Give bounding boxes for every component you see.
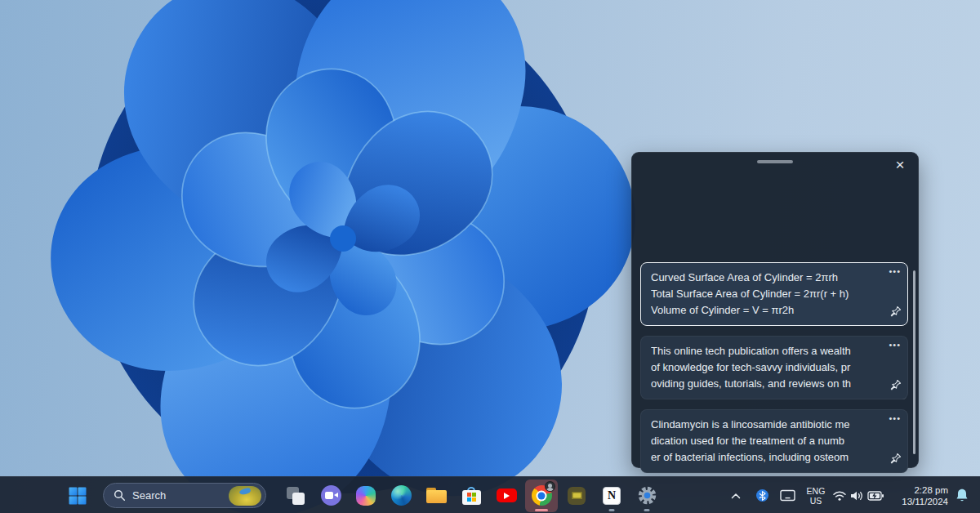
bird-image (238, 488, 251, 496)
volume-icon (850, 490, 864, 502)
notion-icon: N (603, 487, 621, 505)
taskbar-left: Search (64, 477, 266, 513)
bluetooth-icon (756, 489, 768, 502)
more-options-icon[interactable]: ••• (889, 340, 901, 350)
close-icon[interactable]: × (889, 154, 911, 176)
clipboard-item-text: Curved Surface Area of Cylinder = 2πrh T… (651, 270, 880, 319)
search-input[interactable]: Search (103, 483, 266, 508)
chat-icon (321, 485, 341, 506)
notion-button[interactable]: N (595, 480, 628, 512)
windows-logo-icon (69, 487, 87, 505)
running-app-indicator (609, 509, 615, 511)
chrome-profile-avatar (545, 481, 555, 492)
search-icon (114, 489, 126, 502)
task-view-icon (287, 487, 305, 505)
touchpad-button[interactable] (774, 480, 800, 512)
task-view-button[interactable] (279, 480, 312, 512)
tray-time: 2:28 pm (889, 484, 948, 496)
settings-button[interactable] (630, 480, 663, 512)
running-app-indicator (644, 509, 650, 511)
tray-overflow-button[interactable] (725, 480, 746, 512)
more-options-icon[interactable]: ••• (889, 413, 901, 423)
copilot-icon (356, 486, 376, 506)
bell-icon (955, 488, 969, 503)
system-tray: ENG US 2:28 pm (725, 477, 980, 513)
language-indicator: ENG US (803, 486, 829, 506)
search-label: Search (132, 489, 166, 502)
chat-button[interactable] (314, 480, 347, 512)
youtube-icon (497, 488, 517, 502)
start-button[interactable] (64, 482, 91, 510)
clipboard-item-3[interactable]: Clindamycin is a lincosamide antibiotic … (640, 409, 908, 473)
pin-icon[interactable] (889, 453, 902, 467)
tray-date: 13/11/2024 (889, 496, 948, 507)
taskbar: Search (0, 476, 980, 513)
clipboard-item-text: Clindamycin is a lincosamide antibiotic … (651, 417, 880, 466)
taskbar-apps: N (279, 477, 663, 513)
edge-button[interactable] (385, 480, 417, 512)
bluetooth-button[interactable] (750, 480, 774, 512)
clock-button[interactable]: 2:28 pm 13/11/2024 (887, 480, 951, 512)
microsoft-store-icon (462, 487, 481, 505)
touchpad-icon (780, 489, 795, 502)
clock-indicator: 2:28 pm 13/11/2024 (889, 484, 948, 507)
chrome-button[interactable] (525, 480, 558, 512)
youtube-button[interactable] (490, 480, 523, 512)
edge-icon (391, 485, 412, 506)
bing-daily-image[interactable] (229, 486, 261, 506)
wifi-icon (832, 490, 847, 502)
pin-icon[interactable] (889, 379, 902, 394)
battery-charging-icon (867, 491, 884, 501)
file-explorer-button[interactable] (420, 480, 452, 512)
more-options-icon[interactable]: ••• (889, 266, 901, 276)
clipboard-item-2[interactable]: This online tech publication offers a we… (640, 336, 908, 399)
active-app-indicator (535, 509, 548, 511)
clipboard-panel: × ♥ ☺ GIF ;-) ×~ Δ+ (631, 152, 919, 468)
olive-app-button[interactable] (560, 480, 593, 512)
clipboard-item-1[interactable]: Curved Surface Area of Cylinder = 2πrh T… (640, 262, 908, 326)
chevron-up-icon (731, 493, 741, 499)
scrollbar[interactable] (913, 270, 915, 454)
gear-icon (637, 485, 657, 506)
olive-app-icon (568, 487, 586, 505)
language-button[interactable]: ENG US (800, 480, 831, 512)
microsoft-store-button[interactable] (455, 480, 488, 512)
clipboard-items: Curved Surface Area of Cylinder = 2πrh T… (640, 262, 908, 473)
clipboard-item-text: This online tech publication offers a we… (651, 343, 880, 392)
file-explorer-icon (426, 488, 447, 503)
notifications-button[interactable] (951, 480, 973, 512)
drag-handle[interactable] (757, 160, 793, 163)
quick-settings-button[interactable] (831, 480, 885, 512)
copilot-button[interactable] (350, 480, 382, 512)
pin-icon[interactable] (889, 306, 902, 320)
